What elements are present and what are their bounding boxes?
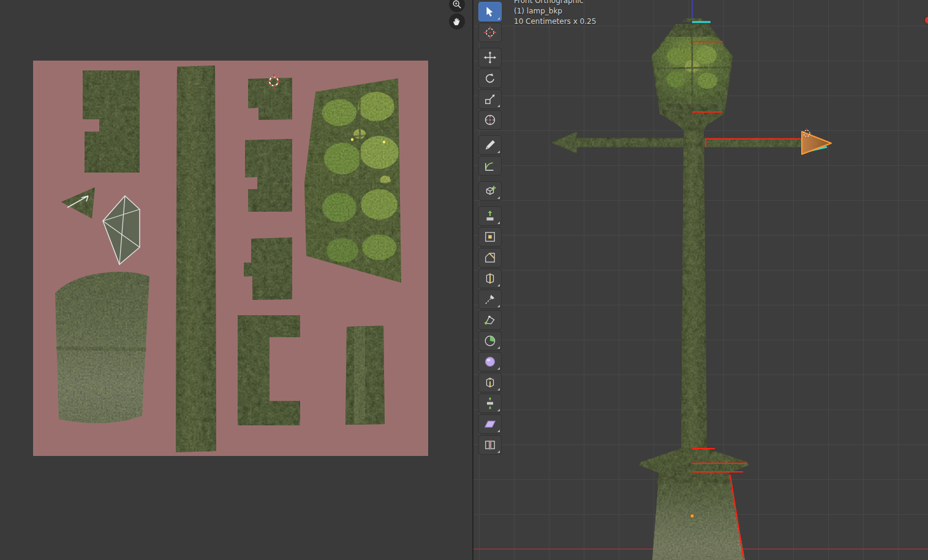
tool-select-box[interactable] <box>478 2 502 21</box>
lamp-model[interactable] <box>552 18 804 560</box>
lamp-arm-left-arrow[interactable] <box>552 132 576 153</box>
tool-spin[interactable] <box>478 331 502 351</box>
smooth-icon <box>484 356 496 368</box>
uv-island-collar[interactable] <box>245 139 292 212</box>
annotate-icon <box>484 139 496 151</box>
tool-bevel[interactable] <box>478 248 502 267</box>
tool-add-cube[interactable] <box>478 181 502 201</box>
spin-icon <box>484 335 496 347</box>
tool-transform[interactable] <box>478 110 502 130</box>
tool-loop-cut[interactable] <box>478 269 502 288</box>
viewport-3d[interactable]: Front Orthographic (1) lamp_bkp 10 Centi… <box>472 0 928 560</box>
tool-shear[interactable] <box>478 414 502 434</box>
tool-extrude-region[interactable] <box>478 206 502 226</box>
tool-move[interactable] <box>478 48 502 67</box>
shear-icon <box>484 418 496 430</box>
tool-rotate[interactable] <box>478 69 502 88</box>
tool-measure[interactable] <box>478 156 502 176</box>
shrink-fatten-icon <box>484 397 496 409</box>
tool-smooth[interactable] <box>478 352 502 371</box>
cursor-icon <box>484 26 496 39</box>
red-sphere-partial <box>925 17 928 24</box>
rotate-icon <box>484 72 496 84</box>
uv-vertex-dot[interactable] <box>383 141 385 143</box>
lamp-base-flare[interactable] <box>639 449 749 465</box>
bevel-icon <box>484 252 496 264</box>
uv-vertex-dot[interactable] <box>351 138 353 141</box>
tool-annotate[interactable] <box>478 135 502 155</box>
add-cube-icon <box>484 185 496 197</box>
loop-cut-icon <box>484 272 496 285</box>
lamp-lantern-collar[interactable] <box>660 114 724 126</box>
pan-icon <box>452 17 462 26</box>
zoom-icon <box>452 0 462 9</box>
measure-icon <box>484 160 496 172</box>
extrude-region-icon <box>484 210 496 222</box>
tool-shrink-fatten[interactable] <box>478 394 502 413</box>
viewport-canvas[interactable] <box>473 0 928 560</box>
pan-gizmo[interactable] <box>449 13 465 29</box>
move-icon <box>484 51 496 64</box>
blender-window: Front Orthographic (1) lamp_bkp 10 Centi… <box>0 0 928 560</box>
transform-icon <box>484 114 496 126</box>
poly-build-icon <box>484 314 496 326</box>
zoom-gizmo[interactable] <box>449 0 465 12</box>
select-box-icon <box>484 6 496 18</box>
tool-rip-region[interactable] <box>478 435 502 455</box>
scale-icon <box>484 93 496 105</box>
edge-slide-icon <box>484 376 496 389</box>
object-origin-dot[interactable] <box>690 514 694 518</box>
inset-faces-icon <box>484 231 496 243</box>
uv-editor[interactable] <box>0 0 472 560</box>
knife-icon <box>484 293 496 305</box>
tool-knife[interactable] <box>478 289 502 309</box>
uv-canvas[interactable] <box>33 61 428 456</box>
toolbar <box>477 1 503 455</box>
tool-scale[interactable] <box>478 89 502 109</box>
tool-cursor[interactable] <box>478 23 502 42</box>
tool-poly-build[interactable] <box>478 310 502 330</box>
lamp-arm-right-arrow-selected[interactable] <box>802 132 831 154</box>
tool-edge-slide[interactable] <box>478 373 502 392</box>
rip-region-icon <box>484 439 496 451</box>
tool-inset-faces[interactable] <box>478 227 502 247</box>
lamp-pedestal[interactable] <box>652 473 745 560</box>
